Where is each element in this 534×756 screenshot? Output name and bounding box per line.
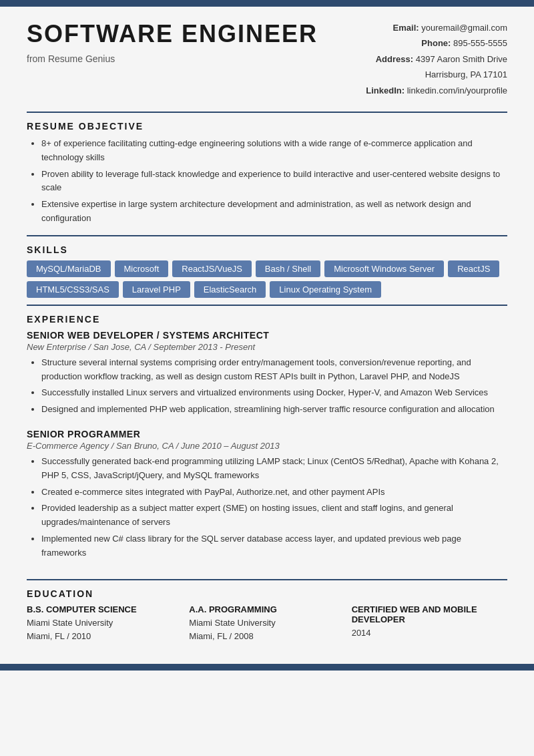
bottom-accent-bar: [0, 664, 534, 671]
job-block-1: SENIOR WEB DEVELOPER / SYSTEMS ARCHITECT…: [27, 330, 507, 417]
header-left: SOFTWARE ENGINEER from Resume Genius: [27, 20, 366, 98]
email-label: Email:: [393, 23, 419, 33]
resume-page: SOFTWARE ENGINEER from Resume Genius Ema…: [0, 0, 534, 756]
job-title-2: SENIOR PROGRAMMER: [27, 429, 507, 439]
job-company-2: E-Commerce Agency / San Bruno, CA / June…: [27, 441, 507, 451]
skill-badge: Linux Operating System: [270, 281, 381, 298]
edu-degree-2: A.A. PROGRAMMING: [189, 604, 344, 614]
edu-detail-3: 2014: [352, 626, 507, 640]
skill-badge: ReactJS: [448, 260, 499, 277]
email-line: Email: youremail@gmail.com: [366, 20, 507, 35]
edu-detail-2: Miami, FL / 2008: [189, 630, 344, 644]
skill-badge: Laravel PHP: [123, 281, 190, 298]
education-grid: B.S. COMPUTER SCIENCE Miami State Univer…: [27, 604, 507, 644]
list-item: Extensive expertise in large system arch…: [41, 198, 507, 226]
education-section: EDUCATION B.S. COMPUTER SCIENCE Miami St…: [0, 580, 534, 651]
skills-section: SKILLS MySQL/MariaDB Microsoft ReactJS/V…: [0, 236, 534, 305]
source-subtitle: from Resume Genius: [27, 53, 366, 64]
list-item: 8+ of experience facilitating cutting-ed…: [41, 137, 507, 165]
skill-badge: Bash / Shell: [256, 260, 320, 277]
address-line2: Harrisburg, PA 17101: [425, 69, 507, 79]
objective-list: 8+ of experience facilitating cutting-ed…: [27, 137, 507, 226]
experience-title: EXPERIENCE: [27, 314, 507, 325]
list-item: Proven ability to leverage full-stack kn…: [41, 168, 507, 196]
skill-badge: HTML5/CSS3/SAS: [27, 281, 119, 298]
edu-degree-1: B.S. COMPUTER SCIENCE: [27, 604, 182, 614]
edu-item-2: A.A. PROGRAMMING Miami State University …: [189, 604, 344, 644]
skills-badges: MySQL/MariaDB Microsoft ReactJS/VueJS Ba…: [27, 260, 507, 298]
contact-info: Email: youremail@gmail.com Phone: 895-55…: [366, 20, 507, 98]
edu-degree-3: CERTIFIED WEB AND MOBILE DEVELOPER: [352, 604, 507, 624]
phone-label: Phone:: [421, 38, 451, 48]
edu-school-2: Miami State University: [189, 616, 344, 630]
job-bullets-1: Structure several internal systems compr…: [27, 356, 507, 417]
phone-value: 895-555-5555: [453, 38, 507, 48]
education-title: EDUCATION: [27, 588, 507, 599]
list-item: Provided leadership as a subject matter …: [41, 502, 507, 530]
objective-title: RESUME OBJECTIVE: [27, 121, 507, 132]
edu-school-1: Miami State University: [27, 616, 182, 630]
skill-badge: ElasticSearch: [194, 281, 266, 298]
job-block-2: SENIOR PROGRAMMER E-Commerce Agency / Sa…: [27, 429, 507, 560]
linkedin-value: linkedin.com/in/yourprofile: [407, 85, 507, 96]
experience-section: EXPERIENCE SENIOR WEB DEVELOPER / SYSTEM…: [0, 306, 534, 579]
edu-detail-1: Miami, FL / 2010: [27, 630, 182, 644]
top-accent-bar: [0, 0, 534, 7]
address-label: Address:: [376, 54, 413, 64]
list-item: Implemented new C# class library for the…: [41, 532, 507, 560]
list-item: Designed and implemented PHP web applica…: [41, 403, 507, 417]
edu-item-3: CERTIFIED WEB AND MOBILE DEVELOPER 2014: [352, 604, 507, 644]
skills-title: SKILLS: [27, 244, 507, 255]
list-item: Successfully generated back-end programm…: [41, 455, 507, 483]
job-company-1: New Enterprise / San Jose, CA / Septembe…: [27, 342, 507, 352]
email-value: youremail@gmail.com: [421, 23, 507, 33]
linkedin-line: LinkedIn: linkedin.com/in/yourprofile: [366, 83, 507, 98]
job-title-1: SENIOR WEB DEVELOPER / SYSTEMS ARCHITECT: [27, 330, 507, 341]
objective-section: RESUME OBJECTIVE 8+ of experience facili…: [0, 113, 534, 235]
job-title: SOFTWARE ENGINEER: [27, 20, 366, 48]
header: SOFTWARE ENGINEER from Resume Genius Ema…: [0, 7, 534, 112]
skill-badge: Microsoft Windows Server: [324, 260, 444, 277]
address-line: Address: 4397 Aaron Smith Drive Harrisbu…: [366, 51, 507, 83]
phone-line: Phone: 895-555-5555: [366, 35, 507, 51]
skill-badge: Microsoft: [115, 260, 169, 277]
list-item: Structure several internal systems compr…: [41, 356, 507, 384]
skill-badge: ReactJS/VueJS: [172, 260, 252, 277]
edu-item-1: B.S. COMPUTER SCIENCE Miami State Univer…: [27, 604, 182, 644]
address-line1: 4397 Aaron Smith Drive: [416, 54, 507, 64]
skill-badge: MySQL/MariaDB: [27, 260, 111, 277]
list-item: Successfully installed Linux servers and…: [41, 386, 507, 400]
list-item: Created e-commerce sites integrated with…: [41, 486, 507, 500]
job-bullets-2: Successfully generated back-end programm…: [27, 455, 507, 560]
linkedin-label: LinkedIn:: [366, 85, 405, 96]
